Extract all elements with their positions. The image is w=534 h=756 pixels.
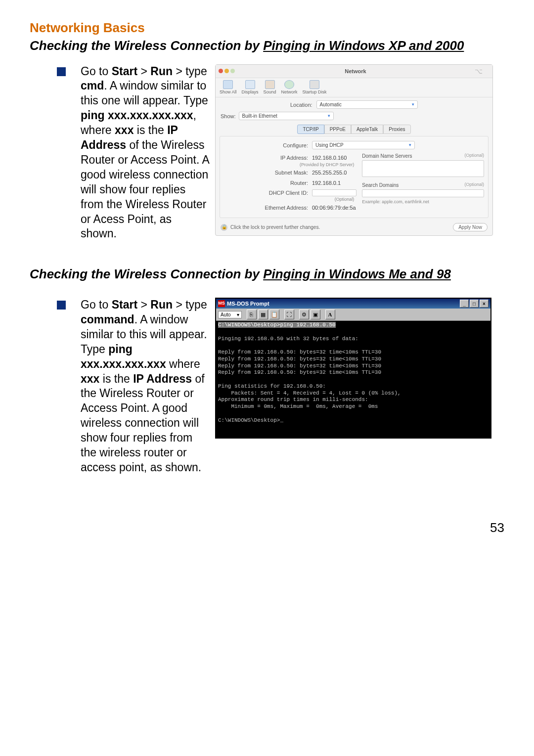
show-select[interactable]: Built-in Ethernet▾	[239, 112, 334, 120]
msdos-toolbar: Auto▾ ⎘ ▦ 📋 ⛶ ⚙ ▣ A	[216, 309, 490, 321]
msdos-window: MS MS-DOS Prompt _□× Auto▾ ⎘ ▦ 📋 ⛶ ⚙ ▣ A…	[215, 298, 491, 439]
bullet-icon	[57, 67, 66, 76]
dns-optional: (Optional)	[464, 153, 484, 159]
location-select[interactable]: Automatic▾	[316, 100, 418, 109]
txt: >	[173, 65, 185, 78]
txt-bold: xxx	[115, 124, 134, 136]
txt-bold: IP Address	[133, 372, 192, 385]
lbl: Network	[281, 89, 298, 95]
minimize-icon[interactable]: _	[460, 300, 469, 308]
txt: of the Wireless Router or Access Point. …	[81, 372, 205, 474]
dns-input[interactable]	[362, 160, 484, 177]
mask-label: Subnet Mask:	[224, 169, 312, 176]
apply-now-button[interactable]: Apply Now	[453, 223, 488, 231]
txt: is the	[134, 124, 167, 136]
sound-icon[interactable]: Sound	[264, 80, 276, 95]
l: Packets: Sent = 4, Received = 4, Lost = …	[218, 390, 401, 396]
txt: type	[185, 65, 207, 78]
section2-underlined: Pinging in Windows Me and 98	[263, 267, 451, 281]
section1-prefix: Checking the Wireless Connection by	[30, 38, 263, 53]
txt: where	[166, 357, 200, 370]
tab-tcpip[interactable]: TCP/IP	[297, 125, 324, 134]
l: Approximate round trip times in milli-se…	[218, 397, 368, 402]
txt-bold: Run	[150, 65, 173, 78]
font-select[interactable]: Auto▾	[218, 311, 242, 318]
txt: Go to	[81, 65, 112, 78]
msdos-output: C:\WINDOWS\Desktop>ping 192.168.0.50 Pin…	[216, 321, 490, 438]
close-icon[interactable]: ×	[480, 300, 489, 308]
tab-proxies[interactable]: Proxies	[383, 125, 410, 134]
toolbar-btn[interactable]: ⛶	[284, 310, 294, 319]
dhcp-client-label: DHCP Client ID:	[224, 189, 312, 196]
page-number: 53	[30, 520, 504, 536]
window-buttons[interactable]: _□×	[460, 300, 489, 308]
network-icon[interactable]: Network	[281, 80, 298, 95]
chevron-icon: ▾	[328, 113, 330, 119]
txt: Go to	[81, 298, 112, 311]
l: Reply from 192.168.0.50: bytes=32 time<1…	[218, 349, 381, 355]
msdos-title: MS-DOS Prompt	[227, 300, 460, 307]
txt: is the	[99, 372, 133, 385]
maximize-icon[interactable]: □	[470, 300, 479, 308]
toolbar-btn[interactable]: ▣	[311, 310, 320, 319]
location-label: Location:	[290, 101, 316, 108]
lock-text: Click the lock to prevent further change…	[230, 224, 320, 230]
txt: > type	[173, 298, 207, 311]
router-label: Router:	[224, 179, 312, 186]
txt: >	[137, 65, 150, 78]
router-value: 192.168.0.1	[312, 179, 341, 186]
toolbar-btn[interactable]: ⚙	[299, 310, 309, 319]
network-tabs: TCP/IP PPPoE AppleTalk Proxies	[216, 125, 492, 134]
instructions-1: Go to Start > Run > type cmd. A window s…	[81, 64, 209, 242]
bullet-icon	[57, 301, 66, 310]
l: Ping statistics for 192.168.0.50:	[218, 383, 326, 389]
tab-appletalk[interactable]: AppleTalk	[351, 125, 383, 134]
toolbar-btn[interactable]: ⎘	[247, 310, 257, 319]
toolbar-btn[interactable]: 📋	[269, 310, 279, 319]
startup-icon[interactable]: Startup Disk	[303, 80, 327, 95]
ip-sub: (Provided by DHCP Server)	[224, 162, 358, 168]
tab-pppoe[interactable]: PPPoE	[324, 125, 351, 134]
txt-bold: xxx	[81, 372, 99, 385]
lbl: Displays	[242, 89, 259, 95]
eth-label: Ethernet Address:	[224, 204, 312, 211]
dns-label: Domain Name Servers	[362, 153, 412, 159]
l: Reply from 192.168.0.50: bytes=32 time<1…	[218, 356, 381, 362]
window-controls[interactable]	[219, 68, 236, 75]
toolbar-font-button[interactable]: A	[325, 310, 335, 319]
txt-bold: command	[81, 313, 134, 326]
configure-label: Configure:	[224, 142, 312, 149]
val: Automatic	[320, 101, 342, 108]
configure-select[interactable]: Using DHCP▾	[312, 141, 415, 149]
msdos-icon: MS	[218, 300, 225, 307]
l: Pinging 192.168.0.50 with 32 bytes of da…	[218, 336, 358, 342]
val: Built-in Ethernet	[242, 113, 277, 119]
dhcp-client-input[interactable]	[312, 189, 356, 196]
l: C:\WINDOWS\Desktop>_	[218, 417, 283, 423]
page-title: Networking Basics	[30, 20, 504, 37]
l: C:\WINDOWS\Desktop>ping 192.168.0.50	[218, 322, 336, 328]
showall-icon[interactable]: Show All	[220, 80, 237, 95]
txt-bold: Start	[112, 65, 137, 78]
lock-toggle[interactable]: 🔒 Click the lock to prevent further chan…	[221, 224, 320, 231]
eth-value: 00:06:96:79:de:5a	[312, 204, 356, 211]
ip-label: IP Address:	[224, 154, 312, 161]
txt-bold: cmd	[81, 79, 104, 92]
toolbar-toggle-icon[interactable]: ⌥	[475, 67, 490, 76]
mac-network-window: Network ⌥ Show All Displays Sound Networ…	[215, 64, 493, 236]
search-input[interactable]	[362, 189, 484, 197]
mask-value: 255.255.255.0	[312, 169, 347, 176]
l: Minimum = 0ms, Maximum = 0ms, Average = …	[218, 403, 378, 409]
example-text: Example: apple.com, earthlink.net	[362, 199, 484, 205]
chevron-icon: ▾	[409, 142, 411, 148]
section2-prefix: Checking the Wireless Connection by	[30, 267, 263, 281]
toolbar-btn[interactable]: ▦	[258, 310, 268, 319]
displays-icon[interactable]: Displays	[242, 80, 259, 95]
txt: of the Wireless Router or Access Point. …	[81, 138, 209, 240]
show-label: Show:	[221, 113, 239, 120]
txt-bold: Start	[112, 298, 137, 311]
search-optional: (Optional)	[464, 182, 484, 188]
lock-icon: 🔒	[221, 224, 227, 231]
txt: >	[137, 298, 150, 311]
section-heading-2: Checking the Wireless Connection by Ping…	[30, 266, 504, 283]
